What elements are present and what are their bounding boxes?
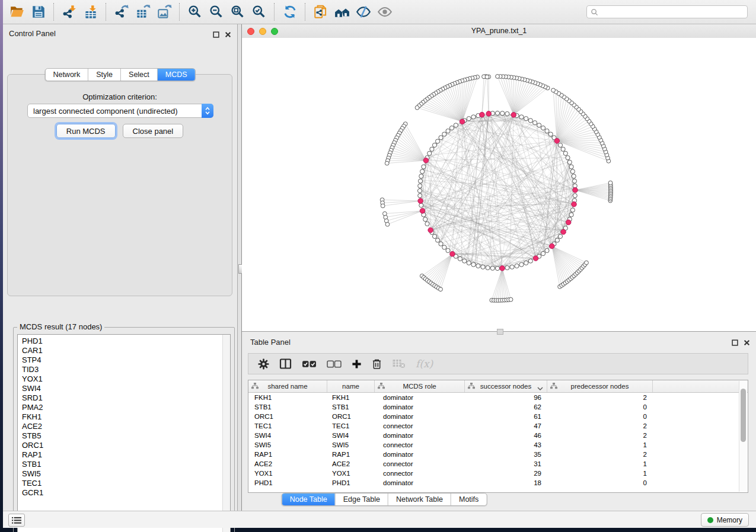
float-panel-icon[interactable] (732, 338, 738, 348)
mcds-result-item[interactable]: FKH1 (22, 412, 222, 422)
import-table-button[interactable] (81, 2, 101, 22)
mcds-result-item[interactable]: PMA2 (22, 403, 222, 412)
split-divider-vertical[interactable] (237, 24, 242, 511)
gear-icon[interactable] (258, 358, 269, 370)
refresh-button[interactable] (280, 2, 300, 22)
close-panel-button[interactable]: Close panel (123, 124, 184, 138)
table-body: FKH1FKH1dominator962STB1STB1dominator620… (248, 393, 748, 488)
tab-mcds[interactable]: MCDS (158, 69, 195, 81)
table-row[interactable]: SWI4SWI4dominator462 (248, 431, 748, 440)
delete-column-icon[interactable] (372, 358, 382, 370)
tab-network-table[interactable]: Network Table (388, 493, 451, 505)
deselect-all-icon[interactable] (327, 360, 342, 368)
open-file-icon (9, 4, 25, 20)
network-window-titlebar[interactable]: YPA_prune.txt_1 (242, 24, 756, 39)
mcds-result-item[interactable]: TEC1 (22, 479, 222, 488)
import-network-button[interactable] (59, 2, 79, 22)
table-row[interactable]: RAP1RAP1dominator352 (248, 450, 748, 459)
open-file-button[interactable] (7, 2, 27, 22)
table-row[interactable]: ACE2ACE2connector311 (248, 459, 748, 469)
save-button[interactable] (28, 2, 49, 22)
mcds-result-item[interactable]: STB5 (22, 431, 222, 441)
mcds-result-item[interactable]: STB1 (22, 460, 222, 469)
mcds-result-item[interactable]: ORC1 (22, 441, 222, 450)
mcds-result-item[interactable]: STP4 (22, 355, 222, 365)
mcds-result-item[interactable]: GCR1 (22, 488, 222, 498)
table-row[interactable]: PHD1PHD1dominator180 (248, 478, 748, 488)
column-label: shared name (267, 383, 307, 390)
mcds-result-item[interactable]: SRD1 (22, 393, 222, 403)
neighbors-button[interactable] (332, 2, 352, 22)
table-row[interactable]: ORC1ORC1dominator610 (248, 412, 748, 421)
tab-select[interactable]: Select (121, 69, 158, 81)
column-header-shared-name[interactable]: shared name (248, 380, 327, 392)
column-header-predecessor-nodes[interactable]: predecessor nodes (547, 380, 653, 392)
mcds-result-item[interactable]: PHD1 (22, 336, 222, 346)
table-row[interactable]: FKH1FKH1dominator962 (248, 393, 748, 402)
column-header-successor-nodes[interactable]: successor nodes (465, 380, 547, 392)
hide-details-button[interactable] (353, 2, 374, 22)
toolbar-separator (305, 3, 306, 21)
table-cell: dominator (375, 402, 465, 412)
mcds-result-item[interactable]: YOX1 (22, 374, 222, 384)
task-history-button[interactable] (8, 514, 25, 527)
tab-style[interactable]: Style (88, 69, 121, 81)
memory-button[interactable]: Memory (701, 513, 749, 527)
scrollbar-thumb[interactable] (741, 389, 746, 442)
table-row[interactable]: YOX1YOX1connector291 (248, 469, 748, 478)
table-row[interactable]: TEC1TEC1connector472 (248, 421, 748, 431)
table-cell: 47 (465, 421, 547, 431)
mcds-result-item[interactable]: TID3 (22, 365, 222, 374)
table-row[interactable]: SWI5SWI5connector431 (248, 440, 748, 450)
run-mcds-button[interactable]: Run MCDS (56, 124, 116, 138)
table-cell: YOX1 (327, 469, 375, 478)
select-all-icon[interactable] (302, 360, 317, 368)
table-cell: 29 (465, 469, 547, 478)
show-details-button[interactable] (375, 2, 395, 22)
close-panel-icon[interactable] (225, 30, 231, 40)
float-panel-icon[interactable] (213, 30, 219, 40)
list-scrollbar[interactable] (222, 335, 230, 532)
tab-edge-table[interactable]: Edge Table (336, 493, 388, 505)
zoom-out-button[interactable] (206, 2, 227, 22)
zoom-fit-button[interactable] (228, 2, 248, 22)
table-cell: 1 (547, 469, 653, 478)
mcds-result-item[interactable]: ACE2 (22, 422, 222, 431)
table-cell: 43 (465, 440, 547, 450)
mcds-result-item[interactable]: SWI5 (22, 469, 222, 479)
close-panel-icon[interactable] (744, 338, 750, 348)
column-header-mcds-role[interactable]: MCDS role (375, 380, 465, 392)
tab-node-table[interactable]: Node Table (282, 493, 336, 505)
mcds-result-item[interactable]: SWI4 (22, 384, 222, 393)
optimization-criterion-dropdown[interactable]: largest connected component (undirected) (27, 104, 213, 118)
zoom-in-button[interactable] (185, 2, 205, 22)
export-network-button[interactable] (111, 2, 132, 22)
table-cell: 1 (547, 459, 653, 469)
columns-icon[interactable] (279, 358, 292, 369)
table-row[interactable]: STB1STB1dominator620 (248, 402, 748, 412)
network-region: YPA_prune.txt_1 Table Panel f(x) (242, 24, 756, 511)
delete-table-icon (392, 359, 406, 368)
table-cell: ORC1 (248, 412, 327, 421)
zoom-selected-button[interactable] (249, 2, 269, 22)
export-table-button[interactable] (133, 2, 153, 22)
zoom-fit-icon (230, 4, 245, 20)
table-cell: 31 (465, 459, 547, 469)
main-toolbar (3, 0, 756, 24)
tab-motifs[interactable]: Motifs (451, 493, 486, 505)
mcds-result-item[interactable]: RAP1 (22, 450, 222, 460)
export-image-button[interactable] (154, 2, 174, 22)
mcds-result-list[interactable]: PHD1CAR1STP4TID3YOX1SWI4SRD1PMA2FKH1ACE2… (17, 334, 231, 532)
table-scrollbar[interactable] (739, 381, 747, 492)
column-header-name[interactable]: name (327, 380, 375, 392)
mcds-result-item[interactable]: CAR1 (22, 346, 222, 355)
tab-network[interactable]: Network (45, 69, 88, 81)
search-input[interactable] (586, 5, 748, 18)
status-bar: Memory (3, 511, 756, 528)
split-handle-horizontal[interactable] (497, 329, 503, 335)
network-canvas[interactable] (242, 38, 756, 332)
table-cell: ACE2 (327, 459, 375, 469)
dropdown-value: largest connected component (undirected) (28, 107, 202, 116)
clone-network-button[interactable] (311, 2, 331, 22)
add-column-icon[interactable] (352, 359, 362, 369)
